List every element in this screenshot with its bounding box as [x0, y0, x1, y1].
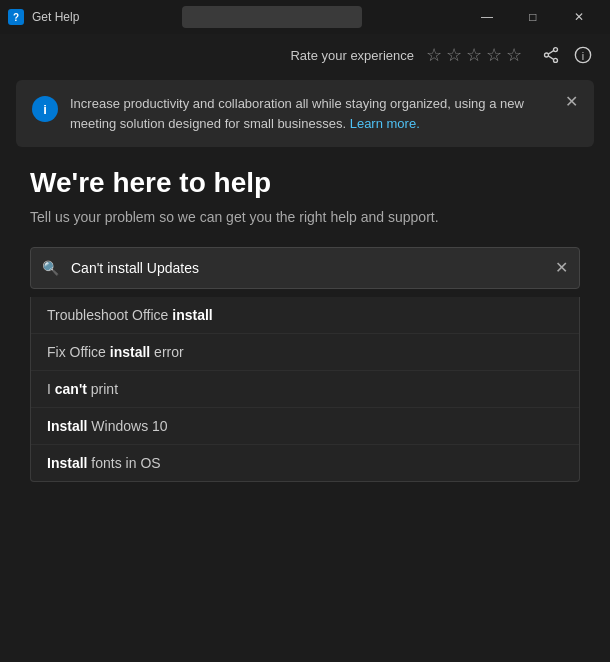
- notification-close-button[interactable]: ✕: [565, 94, 578, 110]
- notification-banner: i Increase productivity and collaboratio…: [16, 80, 594, 147]
- suggestion-item-2-suffix: error: [150, 344, 183, 360]
- notification-icon: i: [32, 96, 58, 122]
- suggestion-item-4-bold: Install: [47, 418, 87, 434]
- share-icon[interactable]: [540, 44, 562, 66]
- notification-text: Increase productivity and collaboration …: [70, 94, 553, 133]
- suggestion-item-5-bold: Install: [47, 455, 87, 471]
- svg-line-3: [548, 51, 553, 54]
- suggestion-item-2-prefix: Fix Office: [47, 344, 110, 360]
- star-5[interactable]: ☆: [506, 44, 522, 66]
- suggestion-item-1-bold: install: [172, 307, 212, 323]
- star-4[interactable]: ☆: [486, 44, 502, 66]
- suggestion-item-1-prefix: Troubleshoot Office: [47, 307, 172, 323]
- suggestion-item-2-bold: install: [110, 344, 150, 360]
- suggestion-item-3[interactable]: I can't print: [31, 371, 579, 408]
- search-input[interactable]: [30, 247, 580, 289]
- svg-point-2: [545, 53, 549, 57]
- app-icon: ?: [8, 9, 24, 25]
- svg-line-4: [548, 56, 553, 59]
- svg-point-1: [554, 58, 558, 62]
- search-clear-button[interactable]: ✕: [555, 260, 568, 276]
- suggestion-item-5[interactable]: Install fonts in OS: [31, 445, 579, 481]
- svg-text:i: i: [582, 50, 584, 62]
- suggestion-item-5-suffix: fonts in OS: [87, 455, 160, 471]
- star-2[interactable]: ☆: [446, 44, 462, 66]
- suggestion-item-1[interactable]: Troubleshoot Office install: [31, 297, 579, 334]
- suggestion-item-3-suffix: print: [87, 381, 118, 397]
- close-button[interactable]: ✕: [556, 0, 602, 34]
- main-heading: We're here to help: [30, 167, 580, 199]
- main-content: We're here to help Tell us your problem …: [0, 159, 610, 482]
- suggestion-item-2[interactable]: Fix Office install error: [31, 334, 579, 371]
- svg-point-0: [554, 48, 558, 52]
- app-title: Get Help: [32, 10, 79, 24]
- window-controls: — □ ✕: [464, 0, 602, 34]
- maximize-button[interactable]: □: [510, 0, 556, 34]
- star-1[interactable]: ☆: [426, 44, 442, 66]
- main-subheading: Tell us your problem so we can get you t…: [30, 209, 580, 225]
- suggestion-item-4-suffix: Windows 10: [87, 418, 167, 434]
- top-bar: Rate your experience ☆ ☆ ☆ ☆ ☆: [0, 34, 610, 76]
- suggestion-list: Troubleshoot Office install Fix Office i…: [30, 297, 580, 482]
- suggestion-item-3-bold: can't: [55, 381, 87, 397]
- suggestion-item-4[interactable]: Install Windows 10: [31, 408, 579, 445]
- title-bar: ? Get Help — □ ✕: [0, 0, 610, 34]
- top-bar-icons: i: [540, 44, 594, 66]
- minimize-button[interactable]: —: [464, 0, 510, 34]
- notification-learn-more-link[interactable]: Learn more.: [350, 116, 420, 131]
- notification-icon-label: i: [43, 102, 47, 117]
- rate-label: Rate your experience: [290, 48, 414, 63]
- suggestion-item-3-prefix: I: [47, 381, 55, 397]
- app-container: Rate your experience ☆ ☆ ☆ ☆ ☆: [0, 34, 610, 662]
- star-rating[interactable]: ☆ ☆ ☆ ☆ ☆: [426, 44, 522, 66]
- star-3[interactable]: ☆: [466, 44, 482, 66]
- notification-text-before-link: Increase productivity and collaboration …: [70, 96, 524, 131]
- title-bar-search-bar: [182, 6, 362, 28]
- title-bar-left: ? Get Help: [8, 9, 79, 25]
- search-container: 🔍 ✕: [30, 247, 580, 289]
- info-icon[interactable]: i: [572, 44, 594, 66]
